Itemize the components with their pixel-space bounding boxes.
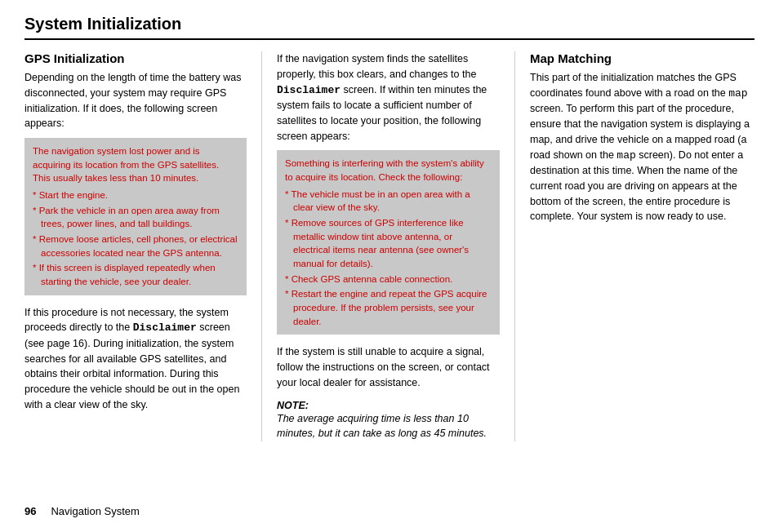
gps-init-title: GPS Initialization — [24, 51, 247, 65]
gps-warn2-item-2: * Remove sources of GPS interference lik… — [285, 216, 492, 271]
map-word-2: map — [617, 149, 635, 162]
gps-warn-item-1: * Start the engine. — [33, 188, 238, 202]
gps-init-intro: Depending on the length of time the batt… — [24, 70, 247, 131]
map-matching-body: This part of the initialization matches … — [530, 70, 755, 224]
footer-nav-label: Navigation System — [51, 505, 139, 517]
note-block: NOTE: The average acquiring time is less… — [277, 399, 500, 442]
gps-warn-item-3: * Remove loose articles, cell phones, or… — [33, 233, 238, 259]
gps-warning-box-2: Something is interfering with the system… — [277, 150, 500, 335]
map-word-1: map — [728, 87, 747, 100]
gps-warning-box-1: The navigation system lost power and is … — [24, 138, 247, 295]
middle-para1: If the navigation system finds the satel… — [277, 51, 500, 144]
gps-warning-main: The navigation system lost power and is … — [33, 144, 238, 185]
content-columns: GPS Initialization Depending on the leng… — [24, 51, 755, 441]
page-title: System Initialization — [24, 15, 755, 40]
col-gps-init: GPS Initialization Depending on the leng… — [24, 51, 261, 441]
page: System Initialization GPS Initialization… — [0, 0, 779, 532]
disclaimer-word-left: Disclaimer — [133, 321, 197, 334]
middle-para2: If the system is still unable to acquire… — [277, 344, 500, 390]
gps-warn-item-2: * Park the vehicle in an open area away … — [33, 204, 238, 231]
gps-warn-item-4: * If this screen is displayed repeatedly… — [33, 261, 238, 288]
gps-warn2-item-3: * Check GPS antenna cable connection. — [285, 273, 492, 286]
note-label: NOTE: — [277, 400, 309, 411]
gps-warn2-item-1: * The vehicle must be in an open area wi… — [285, 188, 492, 215]
disclaimer-word-mid: Disclaimer — [277, 84, 341, 96]
page-number: 96 — [24, 505, 36, 517]
gps-warn2-item-4: * Restart the engine and repeat the GPS … — [285, 287, 492, 328]
footer: 96 Navigation System — [24, 505, 140, 517]
map-matching-title: Map Matching — [530, 51, 755, 65]
col-middle: If the navigation system finds the satel… — [261, 51, 514, 441]
gps-after-warning: If this procedure is not necessary, the … — [24, 305, 247, 413]
col-map-matching: Map Matching This part of the initializa… — [514, 51, 755, 441]
note-body: The average acquiring time is less than … — [277, 411, 500, 442]
gps-warning2-main: Something is interfering with the system… — [285, 157, 492, 184]
